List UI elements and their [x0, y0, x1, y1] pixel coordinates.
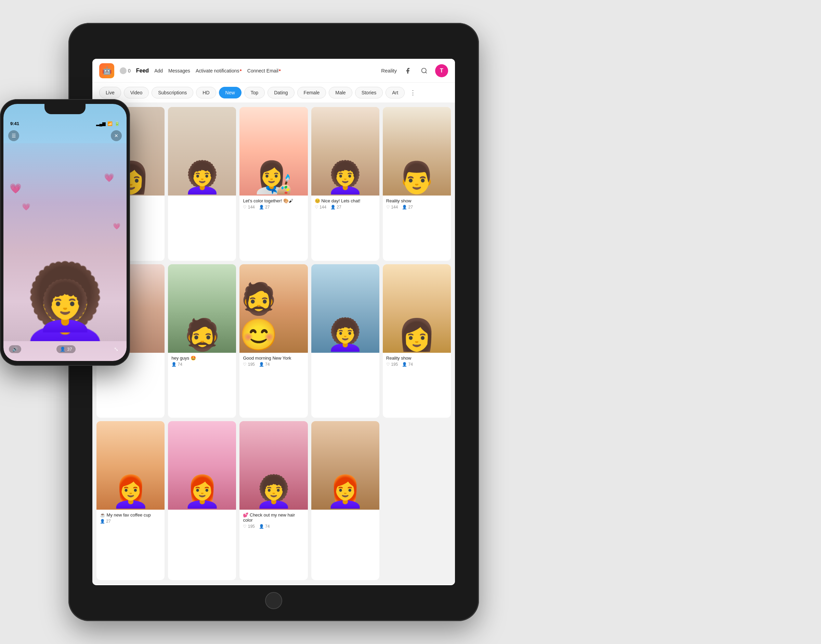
phone-expand-button[interactable]: ⤡: [111, 344, 121, 354]
card-7-viewers: 👤 74: [171, 362, 182, 367]
phone-wifi-icon: 📶: [108, 121, 112, 126]
card-12[interactable]: 👩‍🦰: [168, 421, 236, 580]
speaker-icon: 🔊: [12, 347, 18, 352]
card-5-reality-show[interactable]: 👨 Reality show ♡ 144 👤 27: [383, 107, 451, 261]
card-3-viewers: 👤 27: [259, 205, 270, 210]
notify-nav-item[interactable]: Activate notifications: [196, 67, 242, 74]
card-13-info: 💕 Check out my new hair color ♡ 195 👤 74: [240, 510, 307, 532]
card-hair-color[interactable]: 👩‍🦱 💕 Check out my new hair color ♡ 195 …: [240, 421, 307, 580]
card-7-meta: 👤 74: [171, 362, 233, 367]
card-8-meta: ♡ 195 👤 74: [243, 362, 304, 367]
card-13-title: 💕 Check out my new hair color: [243, 512, 304, 523]
phone-viewers-count: 👤 37: [57, 345, 75, 353]
tablet-screen: 🤖 0 Feed Add Messages Activate notificat…: [92, 59, 455, 585]
facebook-icon[interactable]: [402, 65, 413, 76]
cat-live[interactable]: Live: [99, 87, 121, 98]
phone-close-button[interactable]: ✕: [111, 130, 122, 141]
card-7-info: hey guys 🤩 👤 74: [168, 353, 236, 370]
card-11-viewers: 👤 27: [100, 519, 111, 524]
user-avatar[interactable]: T: [435, 64, 448, 77]
phone-status-bar: 9:41 ▂▄▆ 📶 🔋: [3, 104, 126, 128]
phone-audio-icon[interactable]: 🔊: [9, 345, 21, 353]
coin-icon: [120, 67, 126, 74]
card-13-meta: ♡ 195 👤 74: [243, 524, 304, 529]
coin-count: 0: [128, 68, 131, 74]
cat-dating[interactable]: Dating: [268, 87, 294, 98]
logo-emoji: 🤖: [102, 66, 112, 75]
add-nav-item[interactable]: Add: [154, 68, 163, 74]
card-4[interactable]: 👩‍🦱 😊 Nice day! Lets chat! ♡ 144 👤 27: [311, 107, 379, 261]
card-4-likes: ♡ 144: [315, 205, 326, 210]
phone-signal-icon: ▂▄▆: [96, 121, 105, 126]
phone-battery-icon: 🔋: [115, 121, 120, 126]
cat-female[interactable]: Female: [297, 87, 326, 98]
email-nav-item[interactable]: Connect Email: [248, 67, 281, 74]
navbar: 🤖 0 Feed Add Messages Activate notificat…: [92, 59, 455, 83]
cat-top[interactable]: Top: [244, 87, 265, 98]
search-icon[interactable]: [419, 65, 430, 76]
category-bar: Live Video Subscriptions HD New Top Dati…: [92, 83, 455, 103]
app-logo: 🤖: [99, 63, 114, 78]
card-3[interactable]: 👩‍🎨 Let's color together! 🎨🖌 ♡ 144 👤 27: [240, 107, 307, 261]
tablet-device: 🤖 0 Feed Add Messages Activate notificat…: [68, 23, 479, 621]
card-11-info: ☕ My new fav coffee cup 👤 27: [97, 510, 165, 526]
card-5-meta: ♡ 144 👤 27: [386, 205, 447, 210]
phone-controls: ☰ ✕: [3, 128, 126, 143]
reality-nav-item[interactable]: Reality: [381, 68, 397, 74]
card-3-likes: ♡ 144: [243, 205, 255, 210]
cat-hd[interactable]: HD: [196, 87, 216, 98]
content-grid: 👩 👩‍🦱 👩‍🎨 Let's color: [92, 103, 455, 584]
card-3-info: Let's color together! 🎨🖌 ♡ 144 👤 27: [240, 196, 307, 212]
cat-stories[interactable]: Stories: [355, 87, 383, 98]
cat-art[interactable]: Art: [386, 87, 405, 98]
viewers-icon: 👤: [60, 347, 65, 352]
phone-device: 9:41 ▂▄▆ 📶 🔋 ☰ ✕ 💗 💗: [0, 99, 130, 366]
cat-new[interactable]: New: [219, 87, 241, 98]
feed-nav-item[interactable]: Feed: [136, 68, 149, 74]
cat-subscriptions[interactable]: Subscriptions: [152, 87, 193, 98]
coin-display: 0: [120, 67, 131, 74]
cat-male[interactable]: Male: [329, 87, 352, 98]
card-11-title: ☕ My new fav coffee cup: [100, 512, 161, 518]
card-7-title: hey guys 🤩: [171, 356, 233, 360]
card-10-info: Reality show ♡ 195 👤 74: [383, 353, 451, 370]
card-9[interactable]: 👩‍🦱: [311, 264, 379, 418]
card-10-viewers: 👤 74: [402, 362, 413, 367]
card-coffee-cup[interactable]: 👩‍🦰 ☕ My new fav coffee cup 👤 27: [97, 421, 165, 580]
card-2[interactable]: 👩‍🦱: [168, 107, 236, 261]
phone-content: 9:41 ▂▄▆ 📶 🔋 ☰ ✕ 💗 💗: [3, 104, 126, 361]
tablet-home-button[interactable]: [265, 592, 282, 609]
card-8-viewers: 👤 74: [259, 362, 270, 367]
card-5-info: Reality show ♡ 144 👤 27: [383, 196, 451, 212]
viewers-number: 37: [67, 347, 72, 352]
card-5-title: Reality show: [386, 198, 447, 203]
card-reality-show-2[interactable]: 👩 Reality show ♡ 195 👤 74: [383, 264, 451, 418]
card-4-title: 😊 Nice day! Lets chat!: [315, 198, 376, 203]
phone-bottom-bar: 🔊 👤 37 ⤡: [3, 341, 126, 361]
phone-time: 9:41: [10, 121, 19, 126]
card-8-likes: ♡ 195: [243, 362, 255, 367]
more-categories-icon[interactable]: ⋮: [407, 87, 418, 98]
messages-nav-item[interactable]: Messages: [168, 68, 190, 74]
card-8-title: Good morning New York: [243, 356, 304, 360]
card-10-title: Reality show: [386, 356, 447, 360]
card-11-meta: 👤 27: [100, 519, 161, 524]
card-13-likes: ♡ 195: [243, 524, 255, 529]
svg-point-0: [422, 68, 426, 72]
phone-streamer-photo: 💗 💗 💗 💗 👩‍🦱: [3, 143, 126, 341]
card-13-viewers: 👤 74: [259, 524, 270, 529]
card-5-viewers: 👤 27: [402, 205, 413, 210]
phone-live-photo: 💗 💗 💗 💗 👩‍🦱: [3, 143, 126, 341]
card-8-info: Good morning New York ♡ 195 👤 74: [240, 353, 307, 370]
card-4-info: 😊 Nice day! Lets chat! ♡ 144 👤 27: [311, 196, 379, 212]
card-4-viewers: 👤 27: [331, 205, 341, 210]
card-good-morning-ny[interactable]: 🧔😊 Good morning New York ♡ 195 👤 74: [240, 264, 307, 418]
card-14[interactable]: 👩‍🦰: [311, 421, 379, 580]
phone-menu-button[interactable]: ☰: [8, 130, 19, 141]
cat-video[interactable]: Video: [124, 87, 149, 98]
card-7[interactable]: 🧔 hey guys 🤩 👤 74: [168, 264, 236, 418]
card-10-meta: ♡ 195 👤 74: [386, 362, 447, 367]
card-3-meta: ♡ 144 👤 27: [243, 205, 304, 210]
phone-screen: 9:41 ▂▄▆ 📶 🔋 ☰ ✕ 💗 💗: [3, 104, 126, 361]
card-3-title: Let's color together! 🎨🖌: [243, 198, 304, 203]
